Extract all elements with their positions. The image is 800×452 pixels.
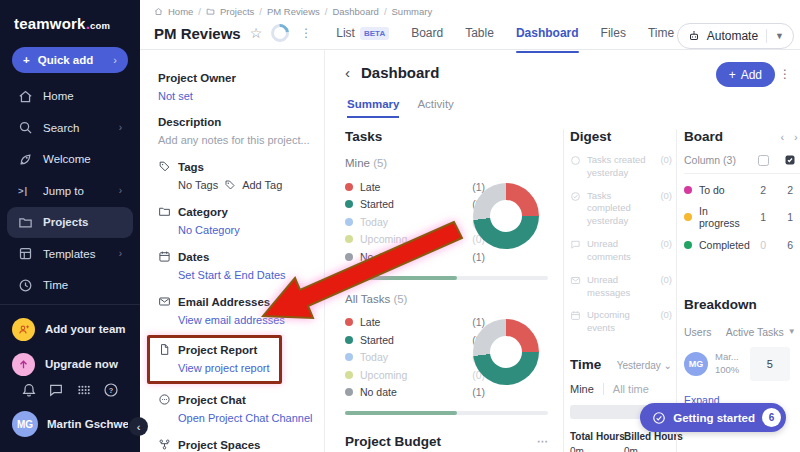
chevron-left-icon[interactable]: ‹ [780, 131, 784, 143]
sidebar-item-search[interactable]: Search › [7, 112, 133, 143]
time-range-dropdown[interactable]: Yesterday ⌄ [617, 360, 672, 371]
dashboard-tabs: Summary Activity [347, 98, 800, 118]
category-link[interactable]: No Category [158, 224, 316, 236]
sidebar-item-templates[interactable]: Templates › [7, 238, 133, 269]
help-icon[interactable]: ? [103, 382, 119, 398]
automate-label: Automate [707, 29, 758, 43]
svg-text:?: ? [109, 386, 114, 395]
tab-dashboard[interactable]: Dashboard [516, 26, 579, 40]
description-title: Description [158, 116, 316, 128]
legend-row[interactable]: Late(1) [345, 314, 485, 332]
star-icon[interactable]: ☆ [250, 25, 263, 41]
sidebar-item-home[interactable]: Home [7, 81, 133, 112]
chevron-right-icon: › [113, 54, 117, 66]
tab-activity[interactable]: Activity [417, 98, 453, 118]
dashboard-options-icon[interactable]: ⋮ [779, 67, 791, 81]
comment-icon [570, 239, 581, 250]
sidebar-item-welcome[interactable]: Welcome [7, 144, 133, 175]
sidebar-collapse-button[interactable]: ‹ [129, 417, 148, 436]
more-options-icon[interactable]: ⋮ [300, 26, 312, 40]
plus-icon: + [23, 54, 30, 66]
tab-time[interactable]: Time [648, 26, 674, 40]
breadcrumb-dashboard[interactable]: Dashboard [332, 6, 378, 17]
templates-icon [18, 246, 33, 261]
chevron-down-icon[interactable]: ▼ [775, 31, 784, 41]
sidebar-item-label: Jump to [43, 185, 84, 197]
upgrade-now-button[interactable]: Upgrade now [0, 347, 140, 382]
beta-badge: BETA [360, 27, 389, 40]
chat-bubble-icon[interactable] [48, 382, 64, 398]
description-placeholder[interactable]: Add any notes for this project... [158, 134, 316, 146]
project-owner-link[interactable]: Not set [158, 90, 316, 102]
bell-icon[interactable] [21, 382, 37, 398]
in-progress-dot [684, 213, 692, 221]
board-row[interactable]: Completed06 [684, 239, 800, 251]
project-owner-title: Project Owner [158, 72, 316, 84]
today-dot [345, 353, 353, 361]
envelope-icon [158, 295, 171, 308]
open-project-chat-link[interactable]: Open Project Chat Channel [158, 412, 316, 424]
time-tab-mine[interactable]: Mine [570, 383, 604, 395]
add-button[interactable]: +Add [716, 62, 775, 87]
legend-row[interactable]: Started(2) [345, 196, 485, 214]
started-dot [345, 336, 353, 344]
tab-files[interactable]: Files [601, 26, 626, 40]
active-tasks-dropdown[interactable]: Active Tasks▼ [726, 326, 800, 338]
teamwork-logo[interactable]: teamwork.com [0, 0, 140, 32]
user-menu[interactable]: MG Martin Gschwe... [0, 398, 140, 452]
tab-board[interactable]: Board [411, 26, 443, 40]
breadcrumb-separator: / [198, 6, 201, 17]
breakdown-user-row[interactable]: MG Mar...100% 5 [684, 347, 800, 381]
legend-row[interactable]: Today(0) [345, 349, 485, 367]
sidebar-item-time[interactable]: Time [7, 269, 133, 300]
budget-options-icon[interactable]: ⋯ [537, 435, 549, 448]
board-row[interactable]: To do22 [684, 184, 800, 196]
calendar-icon [570, 310, 581, 321]
back-chevron-icon[interactable]: ‹ [345, 64, 350, 81]
add-tag-button[interactable]: Add Tag [242, 179, 282, 191]
board-pager: ‹› [780, 131, 800, 143]
add-your-team-button[interactable]: Add your team [0, 312, 140, 347]
quick-add-button[interactable]: + Quick add › [12, 47, 128, 73]
legend-row[interactable]: No date(1) [345, 248, 485, 266]
breadcrumb-home[interactable]: Home [168, 6, 193, 17]
tab-list[interactable]: ListBETA [336, 26, 389, 40]
time-tab-all[interactable]: All time [613, 383, 649, 395]
email-link[interactable]: View email addresses [158, 314, 316, 326]
legend-row[interactable]: Started(2) [345, 331, 485, 349]
started-dot [345, 200, 353, 208]
breadcrumb-summary[interactable]: Summary [392, 6, 433, 17]
board-row[interactable]: In progress11 [684, 205, 800, 229]
checkbox-unchecked-icon[interactable] [750, 155, 777, 166]
digest-heading: Digest [570, 129, 672, 144]
legend-row[interactable]: Upcoming(0) [345, 366, 485, 384]
automate-button[interactable]: Automate ▼ [677, 23, 794, 49]
sidebar-item-projects[interactable]: Projects [7, 207, 133, 238]
section-tags: Tags No Tags Add Tag [158, 160, 316, 191]
checkbox-checked-icon[interactable] [777, 154, 800, 166]
legend-row[interactable]: Late(1) [345, 178, 485, 196]
tab-summary[interactable]: Summary [347, 98, 399, 118]
sidebar-item-jump-to[interactable]: >| Jump to › [7, 175, 133, 206]
breadcrumb-project[interactable]: PM Reviews [267, 6, 320, 17]
legend-row[interactable]: Today(0) [345, 213, 485, 231]
legend-row[interactable]: No date(1) [345, 384, 485, 402]
legend-row[interactable]: Upcoming(0) [345, 231, 485, 249]
chat-title-row: Project Chat [158, 393, 316, 406]
section-project-chat: Project Chat Open Project Chat Channel [158, 393, 316, 424]
dates-link[interactable]: Set Start & End Dates [158, 269, 316, 281]
breadcrumb-separator: / [325, 6, 328, 17]
dates-title: Dates [178, 251, 209, 263]
document-icon [158, 343, 171, 356]
late-dot [345, 183, 353, 191]
active-tasks-cell[interactable]: 5 [750, 347, 790, 381]
today-dot [345, 218, 353, 226]
tab-table[interactable]: Table [465, 26, 494, 40]
getting-started-button[interactable]: Getting started 6 [640, 403, 786, 432]
section-project-report: Project Report View project report [158, 343, 275, 374]
breadcrumb-projects[interactable]: Projects [220, 6, 254, 17]
dashboard-title: Dashboard [361, 64, 439, 81]
apps-grid-icon[interactable] [76, 382, 92, 398]
view-project-report-link[interactable]: View project report [158, 362, 275, 374]
chevron-right-icon[interactable]: › [794, 131, 798, 143]
